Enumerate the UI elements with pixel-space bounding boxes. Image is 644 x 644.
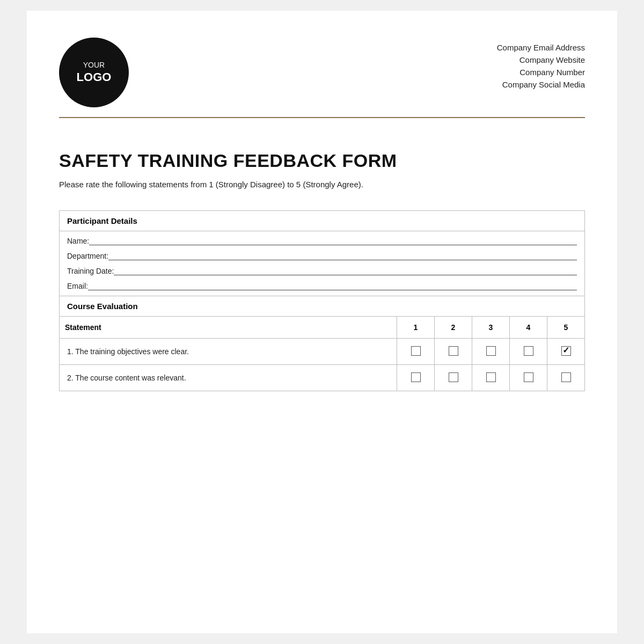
rating-2-5[interactable] xyxy=(547,365,585,391)
checkbox-1-3[interactable] xyxy=(486,346,496,356)
col-1: 1 xyxy=(397,317,435,339)
header-divider xyxy=(59,117,585,118)
field-name: Name: xyxy=(67,237,577,245)
evaluation-section-row: Course Evaluation xyxy=(60,296,585,317)
participant-details-cell: Name: Department: Training Date: Email: xyxy=(60,231,585,296)
field-training-date: Training Date: xyxy=(67,267,577,275)
company-number-label: Company Number xyxy=(497,68,585,77)
checkbox-2-5[interactable] xyxy=(561,372,571,382)
participant-section-row: Participant Details xyxy=(60,211,585,231)
field-training-date-label: Training Date: xyxy=(67,267,114,275)
participant-fields-row: Name: Department: Training Date: Email: xyxy=(60,231,585,296)
checkbox-2-4[interactable] xyxy=(524,372,533,382)
table-row: 2. The course content was relevant. xyxy=(60,365,585,391)
col-3: 3 xyxy=(472,317,510,339)
page: YOUR LOGO Company Email Address Company … xyxy=(27,11,617,633)
checkbox-1-2[interactable] xyxy=(449,346,458,356)
rating-1-3[interactable] xyxy=(472,339,510,365)
participant-section-header: Participant Details xyxy=(60,211,585,231)
rating-2-3[interactable] xyxy=(472,365,510,391)
field-department-underline xyxy=(108,252,577,260)
rating-1-4[interactable] xyxy=(510,339,547,365)
form-subtitle: Please rate the following statements fro… xyxy=(59,180,585,189)
field-department-label: Department: xyxy=(67,252,108,260)
field-email-label: Email: xyxy=(67,282,88,290)
logo-line2: LOGO xyxy=(77,70,112,85)
field-email: Email: xyxy=(67,282,577,290)
table-row: 1. The training objectives were clear. xyxy=(60,339,585,365)
checkbox-1-4[interactable] xyxy=(524,346,533,356)
form-table: Participant Details Name: Department: Tr… xyxy=(59,210,585,391)
field-training-date-underline xyxy=(114,267,577,275)
company-social-label: Company Social Media xyxy=(497,80,585,89)
rating-1-2[interactable] xyxy=(435,339,472,365)
statement-2: 2. The course content was relevant. xyxy=(60,365,397,391)
field-name-underline xyxy=(89,237,577,245)
logo-line1: YOUR xyxy=(83,60,105,70)
statement-1: 1. The training objectives were clear. xyxy=(60,339,397,365)
checkbox-1-1[interactable] xyxy=(411,346,421,356)
evaluation-section-header: Course Evaluation xyxy=(60,296,585,317)
header: YOUR LOGO Company Email Address Company … xyxy=(59,38,585,107)
checkbox-2-2[interactable] xyxy=(449,372,458,382)
field-department: Department: xyxy=(67,252,577,260)
field-email-underline xyxy=(88,282,577,290)
form-title: SAFETY TRAINING FEEDBACK FORM xyxy=(59,150,585,171)
eval-header-row: Statement 1 2 3 4 5 xyxy=(60,317,585,339)
rating-2-1[interactable] xyxy=(397,365,435,391)
col-4: 4 xyxy=(510,317,547,339)
col-statement: Statement xyxy=(60,317,397,339)
rating-1-5[interactable] xyxy=(547,339,585,365)
rating-2-4[interactable] xyxy=(510,365,547,391)
company-info: Company Email Address Company Website Co… xyxy=(497,38,585,89)
company-website-label: Company Website xyxy=(497,55,585,64)
company-email-label: Company Email Address xyxy=(497,43,585,52)
col-5: 5 xyxy=(547,317,585,339)
checkbox-2-3[interactable] xyxy=(486,372,496,382)
field-name-label: Name: xyxy=(67,237,89,245)
checkbox-1-5[interactable] xyxy=(561,346,571,356)
col-2: 2 xyxy=(435,317,472,339)
rating-2-2[interactable] xyxy=(435,365,472,391)
checkbox-2-1[interactable] xyxy=(411,372,421,382)
rating-1-1[interactable] xyxy=(397,339,435,365)
logo: YOUR LOGO xyxy=(59,38,129,107)
